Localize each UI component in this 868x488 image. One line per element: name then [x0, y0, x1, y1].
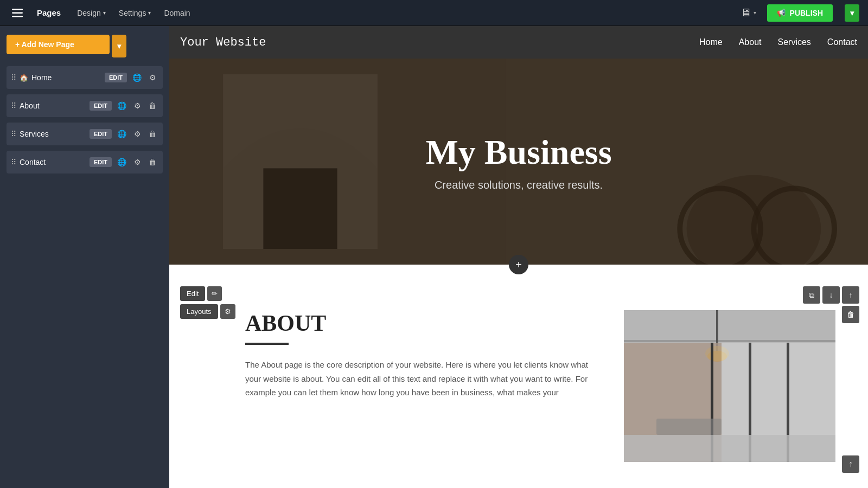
services-settings-icon[interactable]: ⚙ [132, 129, 143, 139]
about-body-text: The About page is the core description o… [245, 358, 602, 400]
nav-link-about[interactable]: About [739, 37, 762, 47]
about-text: ABOUT The About page is the core descrip… [202, 310, 602, 400]
add-section-button[interactable]: + [509, 255, 528, 274]
publish-button[interactable]: 📢 PUBLISH [767, 4, 833, 22]
about-globe-icon[interactable]: 🌐 [115, 100, 129, 111]
home-edit-button[interactable]: EDIT [105, 73, 127, 82]
layouts-settings-icon-btn[interactable]: ⚙ [220, 304, 235, 319]
publish-icon: 📢 [777, 9, 786, 17]
nav-link-home[interactable]: Home [699, 37, 723, 47]
layouts-toolbar-row: Layouts ⚙ [180, 304, 235, 319]
services-edit-button[interactable]: EDIT [90, 129, 112, 139]
app-title: Pages [37, 8, 61, 17]
drag-handle-about-icon[interactable]: ⠿ [11, 101, 16, 110]
contact-globe-icon[interactable]: 🌐 [115, 157, 129, 168]
copy-section-button[interactable]: ⧉ [803, 286, 820, 304]
top-nav: Design ▾ Settings ▾ Domain [72, 7, 195, 20]
nav-link-contact[interactable]: Contact [827, 37, 857, 47]
add-section-area: + [169, 265, 868, 278]
right-bottom-row: 🗑 [803, 306, 859, 323]
domain-menu[interactable]: Domain [158, 7, 195, 20]
sidebar: + Add New Page ▾ ⠿ 🏠 Home EDIT 🌐 ⚙ ⠿ Abo… [0, 26, 169, 488]
home-page-icon: 🏠 [20, 74, 28, 82]
contact-delete-button[interactable]: 🗑 [146, 157, 158, 168]
page-item-contact: ⠿ Contact EDIT 🌐 ⚙ 🗑 [7, 151, 163, 174]
drag-handle-services-icon[interactable]: ⠿ [11, 130, 16, 138]
page-item-services: ⠿ Services EDIT 🌐 ⚙ 🗑 [7, 123, 163, 145]
device-picker[interactable]: 🖥 ▾ [741, 7, 756, 19]
main-layout: + Add New Page ▾ ⠿ 🏠 Home EDIT 🌐 ⚙ ⠿ Abo… [0, 26, 868, 488]
drag-handle-icon[interactable]: ⠿ [11, 73, 16, 82]
hero-title: My Business [425, 132, 611, 172]
about-edit-button[interactable]: EDIT [90, 101, 112, 111]
home-settings-icon[interactable]: ⚙ [147, 72, 158, 83]
about-content: ABOUT The About page is the core descrip… [202, 299, 835, 462]
page-item-home: ⠿ 🏠 Home EDIT 🌐 ⚙ [7, 66, 163, 89]
add-page-row: + Add New Page ▾ [7, 35, 163, 57]
settings-chevron-icon: ▾ [148, 10, 151, 16]
page-item-about: ⠿ About EDIT 🌐 ⚙ 🗑 [7, 94, 163, 117]
design-menu[interactable]: Design ▾ [72, 7, 111, 20]
move-up-button[interactable]: ↑ [842, 286, 859, 304]
add-page-button[interactable]: + Add New Page [7, 35, 110, 54]
design-chevron-icon: ▾ [103, 10, 106, 16]
services-page-name: Services [20, 130, 86, 138]
about-section: Edit ✏ Layouts ⚙ ⧉ ↓ ↑ [169, 278, 868, 484]
right-top-row: ⧉ ↓ ↑ [803, 286, 859, 304]
svg-rect-1 [12, 12, 23, 14]
svg-rect-24 [624, 435, 835, 462]
services-globe-icon[interactable]: 🌐 [115, 129, 129, 139]
services-delete-button[interactable]: 🗑 [146, 129, 158, 139]
about-delete-button[interactable]: 🗑 [146, 100, 158, 111]
contact-settings-icon[interactable]: ⚙ [132, 157, 143, 168]
drag-handle-contact-icon[interactable]: ⠿ [11, 158, 16, 166]
section-edit-toolbar: Edit ✏ Layouts ⚙ [180, 286, 235, 319]
edit-button[interactable]: Edit [180, 286, 205, 301]
move-down-button[interactable]: ↓ [822, 286, 840, 304]
hero-section: My Business Creative solutions, creative… [169, 59, 868, 265]
svg-rect-0 [12, 9, 23, 10]
about-image-svg [624, 310, 835, 462]
about-settings-icon[interactable]: ⚙ [132, 100, 143, 111]
about-heading: ABOUT [245, 310, 602, 336]
hero-subtitle: Creative solutions, creative results. [425, 179, 611, 191]
nav-link-services[interactable]: Services [778, 37, 811, 47]
about-page-name: About [20, 101, 86, 110]
contact-page-name: Contact [20, 158, 86, 166]
add-page-dropdown-button[interactable]: ▾ [112, 35, 126, 57]
desktop-icon: 🖥 [741, 7, 751, 19]
website-frame: Your Website Home About Services Contact [169, 26, 868, 488]
scroll-to-top-button[interactable]: ↑ [842, 455, 859, 473]
edit-pencil-icon-btn[interactable]: ✏ [207, 286, 222, 301]
svg-rect-25 [656, 419, 722, 435]
delete-section-button[interactable]: 🗑 [842, 306, 859, 323]
svg-rect-15 [624, 340, 835, 342]
about-divider [245, 343, 289, 345]
website-navbar: Your Website Home About Services Contact [169, 26, 868, 59]
preview-area: Your Website Home About Services Contact [169, 26, 868, 488]
contact-edit-button[interactable]: EDIT [90, 157, 112, 167]
settings-menu[interactable]: Settings ▾ [113, 7, 157, 20]
website-nav-links: Home About Services Contact [699, 37, 857, 47]
top-bar: Pages Design ▾ Settings ▾ Domain 🖥 ▾ 📢 P… [0, 0, 868, 26]
device-chevron-icon: ▾ [754, 10, 756, 16]
home-page-name: Home [31, 73, 101, 82]
svg-rect-2 [12, 16, 23, 17]
menu-icon[interactable] [9, 4, 26, 22]
website-logo: Your Website [180, 36, 699, 49]
publish-dropdown-button[interactable]: ▾ [845, 4, 859, 22]
home-globe-icon[interactable]: 🌐 [130, 72, 144, 83]
hero-content: My Business Creative solutions, creative… [425, 132, 611, 191]
edit-toolbar-row: Edit ✏ [180, 286, 235, 301]
section-right-toolbar: ⧉ ↓ ↑ 🗑 [803, 286, 859, 323]
about-image [624, 310, 835, 462]
layouts-button[interactable]: Layouts [180, 304, 218, 319]
